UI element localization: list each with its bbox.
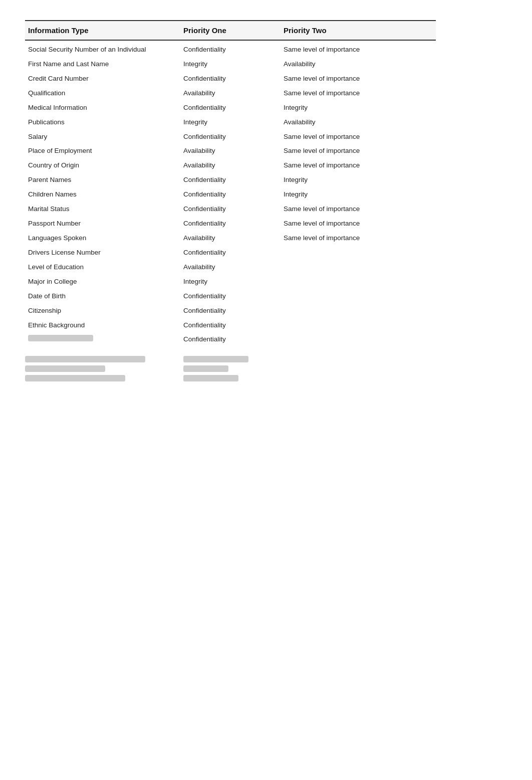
cell-priority-one: Confidentiality: [180, 333, 281, 346]
cell-info-type: Social Security Number of an Individual: [25, 44, 180, 56]
main-table: Information Type Priority One Priority T…: [25, 20, 436, 381]
cell-priority-two: [281, 333, 411, 346]
cell-priority-one: Confidentiality: [180, 188, 281, 201]
cell-priority-two: Same level of importance: [281, 232, 411, 245]
blurred-line: [25, 356, 145, 362]
table-body: Social Security Number of an IndividualC…: [25, 43, 436, 347]
cell-priority-two: Integrity: [281, 174, 411, 186]
cell-priority-two: Availability: [281, 58, 411, 71]
cell-info-type: Salary: [25, 131, 180, 143]
cell-info-type: [25, 333, 180, 346]
cell-priority-two: Same level of importance: [281, 159, 411, 172]
cell-info-type: Marital Status: [25, 203, 180, 216]
cell-info-type: Parent Names: [25, 174, 180, 186]
table-row: Country of OriginAvailabilitySame level …: [25, 158, 436, 173]
table-row: QualificationAvailabilitySame level of i…: [25, 86, 436, 101]
cell-priority-two: [281, 276, 411, 288]
cell-priority-two: Same level of importance: [281, 73, 411, 85]
cell-priority-two: Same level of importance: [281, 87, 411, 100]
cell-priority-one: Confidentiality: [180, 218, 281, 230]
cell-priority-one: Confidentiality: [180, 290, 281, 303]
table-row: Children NamesConfidentialityIntegrity: [25, 187, 436, 202]
table-row: Marital StatusConfidentialitySame level …: [25, 202, 436, 217]
cell-priority-one: Confidentiality: [180, 73, 281, 85]
cell-info-type: Passport Number: [25, 218, 180, 230]
cell-info-type: Date of Birth: [25, 290, 180, 303]
cell-priority-one: Confidentiality: [180, 174, 281, 186]
cell-priority-two: Integrity: [281, 188, 411, 201]
cell-priority-two: Same level of importance: [281, 44, 411, 56]
cell-info-type: Languages Spoken: [25, 232, 180, 245]
cell-priority-two: Same level of importance: [281, 203, 411, 216]
table-row: Languages SpokenAvailabilitySame level o…: [25, 231, 436, 246]
table-row: Parent NamesConfidentialityIntegrity: [25, 173, 436, 187]
table-row: Passport NumberConfidentialitySame level…: [25, 217, 436, 231]
cell-info-type: Children Names: [25, 188, 180, 201]
cell-priority-one: Availability: [180, 145, 281, 157]
cell-priority-one: Availability: [180, 159, 281, 172]
blurred-line: [183, 365, 228, 372]
cell-priority-one: Integrity: [180, 116, 281, 129]
cell-priority-one: Confidentiality: [180, 305, 281, 317]
cell-priority-two: Availability: [281, 116, 411, 129]
blurred-line: [183, 356, 248, 362]
cell-priority-one: Confidentiality: [180, 44, 281, 56]
cell-priority-two: [281, 247, 411, 259]
cell-info-type: Ethnic Background: [25, 319, 180, 332]
cell-info-type: Level of Education: [25, 261, 180, 274]
table-row: Credit Card NumberConfidentialitySame le…: [25, 72, 436, 86]
table-row: Ethnic BackgroundConfidentiality: [25, 318, 436, 333]
cell-priority-two: Same level of importance: [281, 218, 411, 230]
cell-priority-two: [281, 319, 411, 332]
cell-info-type: Qualification: [25, 87, 180, 100]
blurred-line: [25, 375, 125, 381]
table-row: PublicationsIntegrityAvailability: [25, 115, 436, 130]
col-header-priority-two: Priority Two: [281, 25, 411, 36]
cell-priority-one: Confidentiality: [180, 102, 281, 114]
cell-priority-two: [281, 290, 411, 303]
col-header-info-type: Information Type: [25, 25, 180, 36]
cell-info-type: First Name and Last Name: [25, 58, 180, 71]
cell-priority-one: Confidentiality: [180, 131, 281, 143]
table-row: Confidentiality: [25, 332, 436, 347]
cell-priority-one: Confidentiality: [180, 247, 281, 259]
table-row: Drivers License NumberConfidentiality: [25, 246, 436, 260]
cell-info-type: Major in College: [25, 276, 180, 288]
table-row: Social Security Number of an IndividualC…: [25, 43, 436, 57]
cell-priority-one: Confidentiality: [180, 319, 281, 332]
cell-info-type: Place of Employment: [25, 145, 180, 157]
table-header: Information Type Priority One Priority T…: [25, 20, 436, 41]
table-row: Major in CollegeIntegrity: [25, 275, 436, 289]
blurred-section: [25, 356, 436, 381]
cell-info-type: Citizenship: [25, 305, 180, 317]
cell-priority-one: Availability: [180, 261, 281, 274]
cell-priority-two: [281, 305, 411, 317]
cell-priority-one: Availability: [180, 232, 281, 245]
table-row: Date of BirthConfidentiality: [25, 289, 436, 304]
cell-info-type: Drivers License Number: [25, 247, 180, 259]
cell-priority-two: Same level of importance: [281, 131, 411, 143]
cell-priority-two: Integrity: [281, 102, 411, 114]
cell-info-type: Medical Information: [25, 102, 180, 114]
cell-info-type: Credit Card Number: [25, 73, 180, 85]
cell-info-type: Country of Origin: [25, 159, 180, 172]
table-row: SalaryConfidentialitySame level of impor…: [25, 130, 436, 144]
table-row: Level of EducationAvailability: [25, 260, 436, 275]
col-header-priority-one: Priority One: [180, 25, 281, 36]
cell-info-type: Publications: [25, 116, 180, 129]
cell-priority-one: Availability: [180, 87, 281, 100]
table-row: Medical InformationConfidentialityIntegr…: [25, 101, 436, 115]
table-row: First Name and Last NameIntegrityAvailab…: [25, 57, 436, 72]
cell-priority-one: Integrity: [180, 276, 281, 288]
table-row: CitizenshipConfidentiality: [25, 304, 436, 318]
cell-priority-two: Same level of importance: [281, 145, 411, 157]
cell-priority-one: Confidentiality: [180, 203, 281, 216]
cell-priority-two: [281, 261, 411, 274]
blurred-line: [25, 365, 105, 372]
table-row: Place of EmploymentAvailabilitySame leve…: [25, 144, 436, 158]
cell-priority-one: Integrity: [180, 58, 281, 71]
blurred-line: [183, 375, 238, 381]
